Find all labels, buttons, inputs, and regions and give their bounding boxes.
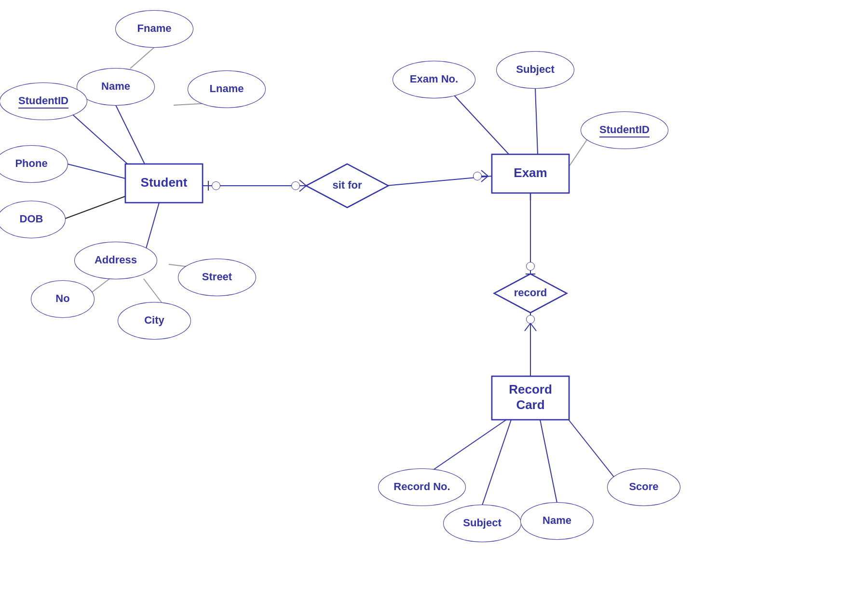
er-diagram [0, 0, 868, 603]
